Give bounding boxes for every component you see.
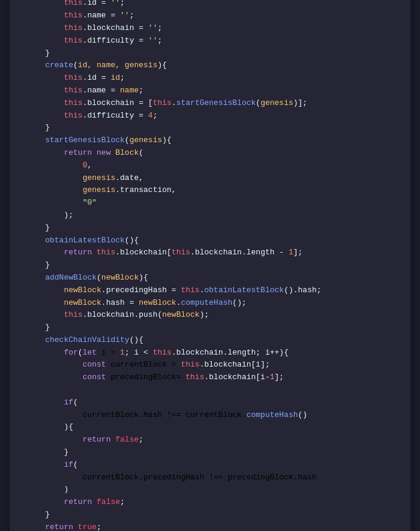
code-container: export class BlockChain { constructor() … — [10, 0, 410, 531]
code-content: export class BlockChain { constructor() … — [26, 0, 394, 531]
